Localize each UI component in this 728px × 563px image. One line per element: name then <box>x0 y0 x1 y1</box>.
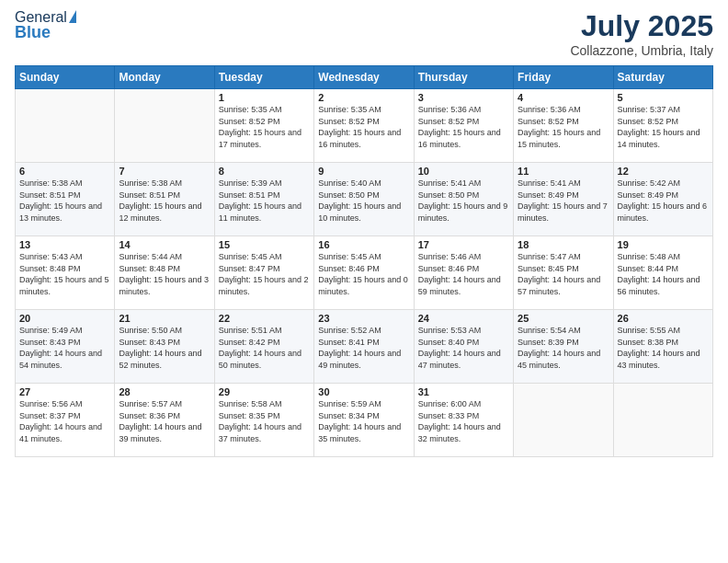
day-info: Sunrise: 5:59 AMSunset: 8:34 PMDaylight:… <box>318 398 409 444</box>
day-cell: 8Sunrise: 5:39 AMSunset: 8:51 PMDaylight… <box>214 163 313 236</box>
day-cell: 11Sunrise: 5:41 AMSunset: 8:49 PMDayligh… <box>514 163 613 236</box>
day-number: 5 <box>618 92 709 103</box>
week-row-2: 13Sunrise: 5:43 AMSunset: 8:48 PMDayligh… <box>16 236 713 310</box>
day-cell: 19Sunrise: 5:48 AMSunset: 8:44 PMDayligh… <box>613 236 712 310</box>
day-cell: 7Sunrise: 5:38 AMSunset: 8:51 PMDaylight… <box>115 163 214 236</box>
day-cell: 12Sunrise: 5:42 AMSunset: 8:49 PMDayligh… <box>613 163 712 236</box>
logo-triangle-icon <box>69 10 76 23</box>
day-info: Sunrise: 5:44 AMSunset: 8:48 PMDaylight:… <box>119 251 210 297</box>
day-info: Sunrise: 5:42 AMSunset: 8:49 PMDaylight:… <box>618 178 709 224</box>
day-cell: 15Sunrise: 5:45 AMSunset: 8:47 PMDayligh… <box>214 236 313 310</box>
day-info: Sunrise: 6:00 AMSunset: 8:33 PMDaylight:… <box>418 398 509 444</box>
page: General Blue July 2025 Collazzone, Umbri… <box>0 0 728 563</box>
day-info: Sunrise: 5:49 AMSunset: 8:43 PMDaylight:… <box>19 325 110 371</box>
day-cell: 9Sunrise: 5:40 AMSunset: 8:50 PMDaylight… <box>314 163 414 236</box>
title-block: July 2025 Collazzone, Umbria, Italy <box>570 9 713 58</box>
day-cell: 13Sunrise: 5:43 AMSunset: 8:48 PMDayligh… <box>16 236 115 310</box>
day-info: Sunrise: 5:50 AMSunset: 8:43 PMDaylight:… <box>119 325 210 371</box>
day-number: 19 <box>618 239 709 250</box>
day-number: 15 <box>219 239 310 250</box>
day-info: Sunrise: 5:35 AMSunset: 8:52 PMDaylight:… <box>318 104 409 150</box>
day-number: 13 <box>19 239 110 250</box>
day-cell: 10Sunrise: 5:41 AMSunset: 8:50 PMDayligh… <box>414 163 513 236</box>
day-info: Sunrise: 5:48 AMSunset: 8:44 PMDaylight:… <box>618 251 709 297</box>
day-number: 12 <box>618 166 709 177</box>
day-info: Sunrise: 5:51 AMSunset: 8:42 PMDaylight:… <box>219 325 310 371</box>
day-info: Sunrise: 5:46 AMSunset: 8:46 PMDaylight:… <box>418 251 509 297</box>
weekday-header-wednesday: Wednesday <box>314 66 414 89</box>
day-info: Sunrise: 5:47 AMSunset: 8:45 PMDaylight:… <box>518 251 609 297</box>
day-cell: 1Sunrise: 5:35 AMSunset: 8:52 PMDaylight… <box>214 89 313 163</box>
location-title: Collazzone, Umbria, Italy <box>570 43 713 58</box>
day-number: 11 <box>518 166 609 177</box>
week-row-0: 1Sunrise: 5:35 AMSunset: 8:52 PMDaylight… <box>16 89 713 163</box>
day-number: 17 <box>418 239 509 250</box>
day-number: 28 <box>119 386 210 397</box>
day-number: 4 <box>518 92 609 103</box>
day-number: 24 <box>418 313 509 324</box>
weekday-header-thursday: Thursday <box>414 66 513 89</box>
day-number: 26 <box>618 313 709 324</box>
day-number: 23 <box>318 313 409 324</box>
week-row-3: 20Sunrise: 5:49 AMSunset: 8:43 PMDayligh… <box>16 310 713 384</box>
day-cell: 16Sunrise: 5:45 AMSunset: 8:46 PMDayligh… <box>314 236 414 310</box>
calendar: SundayMondayTuesdayWednesdayThursdayFrid… <box>15 65 713 457</box>
week-row-4: 27Sunrise: 5:56 AMSunset: 8:37 PMDayligh… <box>16 384 713 457</box>
day-number: 2 <box>318 92 409 103</box>
day-info: Sunrise: 5:58 AMSunset: 8:35 PMDaylight:… <box>219 398 310 444</box>
week-row-1: 6Sunrise: 5:38 AMSunset: 8:51 PMDaylight… <box>16 163 713 236</box>
day-number: 9 <box>318 166 409 177</box>
day-number: 10 <box>418 166 509 177</box>
day-number: 14 <box>119 239 210 250</box>
day-cell: 6Sunrise: 5:38 AMSunset: 8:51 PMDaylight… <box>16 163 115 236</box>
day-info: Sunrise: 5:45 AMSunset: 8:47 PMDaylight:… <box>219 251 310 297</box>
day-number: 1 <box>219 92 310 103</box>
day-number: 22 <box>219 313 310 324</box>
day-info: Sunrise: 5:36 AMSunset: 8:52 PMDaylight:… <box>518 104 609 150</box>
day-cell: 29Sunrise: 5:58 AMSunset: 8:35 PMDayligh… <box>214 384 313 457</box>
day-info: Sunrise: 5:53 AMSunset: 8:40 PMDaylight:… <box>418 325 509 371</box>
weekday-header-friday: Friday <box>514 66 613 89</box>
day-info: Sunrise: 5:38 AMSunset: 8:51 PMDaylight:… <box>119 178 210 224</box>
day-number: 21 <box>119 313 210 324</box>
day-cell: 30Sunrise: 5:59 AMSunset: 8:34 PMDayligh… <box>314 384 414 457</box>
weekday-header-saturday: Saturday <box>613 66 712 89</box>
day-info: Sunrise: 5:38 AMSunset: 8:51 PMDaylight:… <box>19 178 110 224</box>
day-number: 3 <box>418 92 509 103</box>
day-number: 16 <box>318 239 409 250</box>
day-number: 7 <box>119 166 210 177</box>
logo: General Blue <box>15 9 76 42</box>
day-cell: 26Sunrise: 5:55 AMSunset: 8:38 PMDayligh… <box>613 310 712 384</box>
day-cell: 22Sunrise: 5:51 AMSunset: 8:42 PMDayligh… <box>214 310 313 384</box>
day-cell: 2Sunrise: 5:35 AMSunset: 8:52 PMDaylight… <box>314 89 414 163</box>
day-cell: 21Sunrise: 5:50 AMSunset: 8:43 PMDayligh… <box>115 310 214 384</box>
day-info: Sunrise: 5:56 AMSunset: 8:37 PMDaylight:… <box>19 398 110 444</box>
header: General Blue July 2025 Collazzone, Umbri… <box>15 9 713 58</box>
day-info: Sunrise: 5:37 AMSunset: 8:52 PMDaylight:… <box>618 104 709 150</box>
day-info: Sunrise: 5:55 AMSunset: 8:38 PMDaylight:… <box>618 325 709 371</box>
day-cell: 14Sunrise: 5:44 AMSunset: 8:48 PMDayligh… <box>115 236 214 310</box>
weekday-header-monday: Monday <box>115 66 214 89</box>
day-number: 29 <box>219 386 310 397</box>
day-cell <box>16 89 115 163</box>
day-number: 30 <box>318 386 409 397</box>
day-cell <box>613 384 712 457</box>
day-cell: 23Sunrise: 5:52 AMSunset: 8:41 PMDayligh… <box>314 310 414 384</box>
day-info: Sunrise: 5:36 AMSunset: 8:52 PMDaylight:… <box>418 104 509 150</box>
day-info: Sunrise: 5:43 AMSunset: 8:48 PMDaylight:… <box>19 251 110 297</box>
day-info: Sunrise: 5:41 AMSunset: 8:50 PMDaylight:… <box>418 178 509 224</box>
weekday-header-tuesday: Tuesday <box>214 66 313 89</box>
day-number: 31 <box>418 386 509 397</box>
day-cell: 5Sunrise: 5:37 AMSunset: 8:52 PMDaylight… <box>613 89 712 163</box>
day-number: 25 <box>518 313 609 324</box>
day-cell: 28Sunrise: 5:57 AMSunset: 8:36 PMDayligh… <box>115 384 214 457</box>
day-info: Sunrise: 5:40 AMSunset: 8:50 PMDaylight:… <box>318 178 409 224</box>
day-cell: 18Sunrise: 5:47 AMSunset: 8:45 PMDayligh… <box>514 236 613 310</box>
day-cell: 20Sunrise: 5:49 AMSunset: 8:43 PMDayligh… <box>16 310 115 384</box>
day-cell <box>514 384 613 457</box>
weekday-header-sunday: Sunday <box>16 66 115 89</box>
day-cell: 17Sunrise: 5:46 AMSunset: 8:46 PMDayligh… <box>414 236 513 310</box>
day-cell <box>115 89 214 163</box>
day-cell: 3Sunrise: 5:36 AMSunset: 8:52 PMDaylight… <box>414 89 513 163</box>
day-info: Sunrise: 5:35 AMSunset: 8:52 PMDaylight:… <box>219 104 310 150</box>
